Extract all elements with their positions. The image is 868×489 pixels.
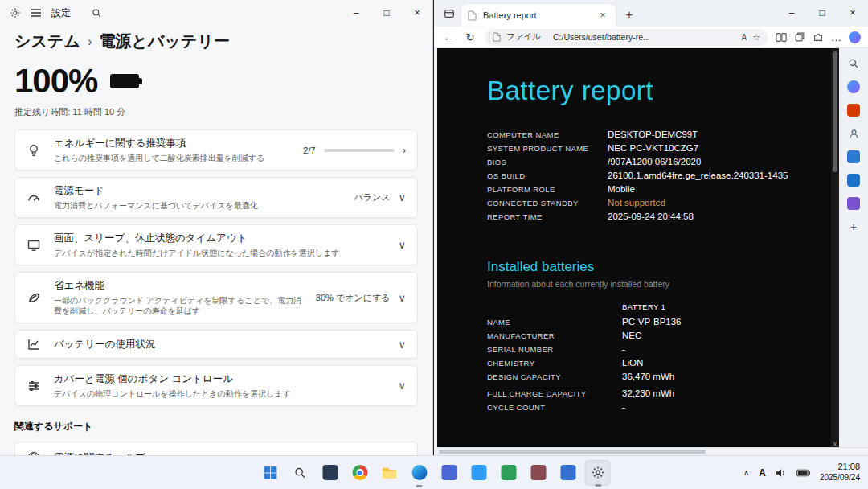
taskbar-app-green-icon[interactable] <box>496 460 522 486</box>
energy-progress-count: 2/7 <box>303 146 315 155</box>
breadcrumb: システム › 電源とバッテリー <box>14 31 418 52</box>
extensions-icon[interactable] <box>813 31 824 43</box>
taskbar-clock[interactable]: 21:08 2025/09/24 <box>820 462 860 483</box>
chevron-down-icon[interactable]: ∨ <box>398 240 406 250</box>
card-energy-saver[interactable]: 省エネ機能 一部のバックグラウンド アクティビティを制限することで、電力消費を削… <box>14 272 418 323</box>
taskbar-app-dark-icon[interactable] <box>317 460 343 486</box>
sidebar-people-icon[interactable] <box>846 126 861 141</box>
ime-indicator[interactable]: A <box>759 467 766 479</box>
battery-table: BATTERY 1 NAMEPC-VP-BP136 MANUFACTURERNE… <box>487 302 818 412</box>
card-energy-recommendations[interactable]: エネルギーに関する推奨事項 これらの推奨事項を適用して二酸化炭素排出量を削減する… <box>14 129 418 171</box>
table-row: FULL CHARGE CAPACITY32,230 mWh <box>487 388 818 398</box>
card-power-mode[interactable]: 電源モード 電力消費とパフォーマンスに基づいてデバイスを最適化 バランス ∨ <box>14 177 418 218</box>
split-screen-icon[interactable] <box>776 32 787 43</box>
tab-actions-icon[interactable] <box>440 5 458 23</box>
power-help-header[interactable]: 電源に関するヘルプ ∧ <box>15 442 417 455</box>
sliders-icon <box>27 379 43 393</box>
sidebar-search-icon[interactable] <box>846 56 861 71</box>
report-field: COMPUTER NAMEDESKTOP-DEMC99T <box>487 129 818 139</box>
taskbar-app-blue-icon-1[interactable] <box>436 460 462 486</box>
chrome-icon[interactable] <box>347 460 373 486</box>
settings-more-icon[interactable]: … <box>831 31 841 43</box>
sidebar-add-icon[interactable]: + <box>846 220 861 234</box>
favorite-star-icon[interactable]: ☆ <box>752 32 760 43</box>
maximize-button[interactable]: □ <box>807 0 837 26</box>
related-support-header: 関連するサポート <box>14 420 418 434</box>
document-icon <box>468 10 477 21</box>
address-divider <box>547 32 547 42</box>
address-url: C:/Users/user/battery-re... <box>553 32 650 42</box>
gauge-icon <box>27 191 43 205</box>
sidebar-drop-icon[interactable] <box>846 196 861 211</box>
taskbar-app-blue-icon-2[interactable] <box>466 460 492 486</box>
back-icon[interactable]: ← <box>441 31 456 43</box>
speaker-icon[interactable] <box>776 468 787 478</box>
breadcrumb-separator: › <box>88 33 92 50</box>
power-mode-value[interactable]: バランス <box>354 191 390 203</box>
address-scheme-label: ファイル <box>506 31 541 43</box>
sidebar-outlook-icon[interactable] <box>846 173 861 187</box>
taskbar-search-button[interactable] <box>288 460 313 486</box>
report-system-fields: COMPUTER NAMEDESKTOP-DEMC99T SYSTEM PROD… <box>487 129 818 221</box>
card-lid-power-buttons[interactable]: カバーと電源 個のボタン コントロール デバイスの物理コントロールを操作したとき… <box>14 365 418 406</box>
vertical-scrollbar[interactable]: ∨ <box>831 48 839 447</box>
hamburger-menu-icon[interactable] <box>31 8 42 18</box>
chevron-right-icon[interactable]: › <box>403 145 406 155</box>
edge-icon[interactable] <box>407 460 432 486</box>
sidebar-copilot-icon[interactable] <box>846 80 861 94</box>
tab-close-icon[interactable]: × <box>596 10 609 21</box>
chevron-down-icon[interactable]: ∨ <box>398 293 406 303</box>
card-title: エネルギーに関する推奨事項 <box>54 137 292 150</box>
chevron-down-icon[interactable]: ∨ <box>398 380 406 391</box>
scroll-down-icon[interactable]: ∨ <box>831 440 839 447</box>
battery-report-content: Battery report COMPUTER NAMEDESKTOP-DEMC… <box>437 48 831 412</box>
card-title: 電源モード <box>54 184 342 198</box>
clock-date: 2025/09/24 <box>820 473 860 483</box>
energy-saver-value[interactable]: 30% でオンにする <box>316 292 391 304</box>
file-explorer-icon[interactable] <box>377 460 403 486</box>
edge-window: Battery report × + – □ × ← ↻ ファイル C:/Use… <box>434 0 868 455</box>
battery-column-header: BATTERY 1 <box>622 302 665 311</box>
hidden-icons-chevron[interactable]: ∧ <box>743 468 749 477</box>
settings-taskbar-icon[interactable] <box>585 460 611 486</box>
close-button[interactable]: × <box>837 0 868 26</box>
desktop: 設定 – □ × システム › 電源とバッテリー 100% 推定残り時間: 11… <box>0 0 868 489</box>
chevron-down-icon[interactable]: ∨ <box>398 192 406 203</box>
breadcrumb-system[interactable]: システム <box>14 31 80 52</box>
table-row: CYCLE COUNT- <box>487 402 818 412</box>
taskbar: ∧ A 21:08 2025/09/24 <box>0 455 868 489</box>
sidebar-designer-icon[interactable] <box>846 150 861 164</box>
search-icon[interactable] <box>92 8 102 18</box>
collections-icon[interactable] <box>794 31 805 43</box>
read-aloud-icon[interactable]: A <box>741 33 747 42</box>
sidebar-m365-icon[interactable] <box>846 103 861 117</box>
card-title: カバーと電源 個のボタン コントロール <box>54 372 387 386</box>
minimize-button[interactable]: – <box>776 0 807 26</box>
settings-cards: エネルギーに関する推奨事項 これらの推奨事項を適用して二酸化炭素排出量を削減する… <box>14 129 418 406</box>
address-bar[interactable]: ファイル C:/Users/user/battery-re... A ☆ <box>485 29 768 46</box>
table-row: DESIGN CAPACITY36,470 mWh <box>487 372 818 381</box>
tab-battery-report[interactable]: Battery report × <box>461 4 616 27</box>
report-field: BIOS/907A1200 06/16/2020 <box>487 157 818 166</box>
card-battery-usage[interactable]: バッテリーの使用状況 ∨ <box>14 330 418 359</box>
report-field: REPORT TIME2025-09-24 20:44:58 <box>487 212 818 221</box>
chevron-down-icon[interactable]: ∨ <box>398 339 406 350</box>
start-button[interactable] <box>258 460 284 486</box>
taskbar-app-maroon-icon[interactable] <box>526 460 551 486</box>
copilot-icon[interactable] <box>849 31 861 43</box>
horizontal-scrollbar[interactable] <box>437 447 868 455</box>
minimize-button[interactable]: – <box>341 0 371 26</box>
table-row: CHEMISTRYLiON <box>487 358 818 368</box>
settings-app-icon <box>10 7 21 18</box>
taskbar-app-blue-icon-3[interactable] <box>555 460 581 486</box>
new-tab-button[interactable]: + <box>619 3 640 24</box>
tray-battery-icon[interactable] <box>796 469 810 477</box>
close-button[interactable]: × <box>402 0 432 26</box>
refresh-icon[interactable]: ↻ <box>463 31 477 43</box>
scrollbar-thumb[interactable] <box>833 51 837 172</box>
card-screen-sleep-timeouts[interactable]: 画面、スリープ、休止状態のタイムアウト デバイスが指定された時間だけアイドル状態… <box>14 224 418 265</box>
report-field: CONNECTED STANDBYNot supported <box>487 198 818 208</box>
scrollbar-thumb[interactable] <box>439 450 706 454</box>
card-subtitle: これらの推奨事項を適用して二酸化炭素排出量を削減する <box>54 153 292 163</box>
maximize-button[interactable]: □ <box>371 0 402 26</box>
